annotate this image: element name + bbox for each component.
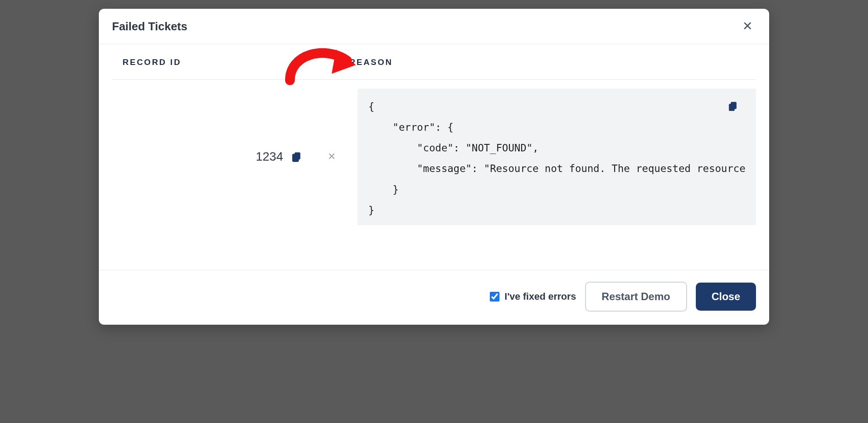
restart-demo-button[interactable]: Restart Demo [585,282,687,312]
copy-reason-icon[interactable] [727,98,738,119]
table-row: 1234 ✕ { "error": { "code": "NOT_FOUND",… [112,80,756,243]
record-id-value: 1234 [256,150,283,164]
table-header-row: RECORD ID REASON [112,44,756,80]
failed-tickets-table: RECORD ID REASON 1234 ✕ [99,44,769,270]
svg-rect-2 [293,154,299,161]
column-header-record-id: RECORD ID [112,57,336,67]
modal-title: Failed Tickets [112,20,188,33]
close-button[interactable]: Close [696,283,756,311]
modal-footer: I've fixed errors Restart Demo Close [99,270,769,325]
column-header-reason: REASON [336,57,756,67]
collapse-row-icon[interactable]: ✕ [328,151,336,162]
fixed-errors-checkbox[interactable] [490,292,499,301]
failed-tickets-modal: Failed Tickets ✕ RECORD ID REASON 1234 [99,9,769,325]
fixed-errors-label: I've fixed errors [505,291,576,302]
modal-header: Failed Tickets ✕ [99,9,769,44]
record-id-cell: 1234 ✕ [112,150,336,164]
fixed-errors-checkbox-wrap[interactable]: I've fixed errors [490,291,576,302]
reason-code-text: { "error": { "code": "NOT_FOUND", "messa… [368,101,745,216]
copy-record-id-icon[interactable] [291,151,302,162]
svg-rect-4 [729,104,734,111]
close-icon[interactable]: ✕ [739,18,756,34]
reason-code-block[interactable]: { "error": { "code": "NOT_FOUND", "messa… [358,89,756,225]
reason-cell: { "error": { "code": "NOT_FOUND", "messa… [336,89,756,225]
